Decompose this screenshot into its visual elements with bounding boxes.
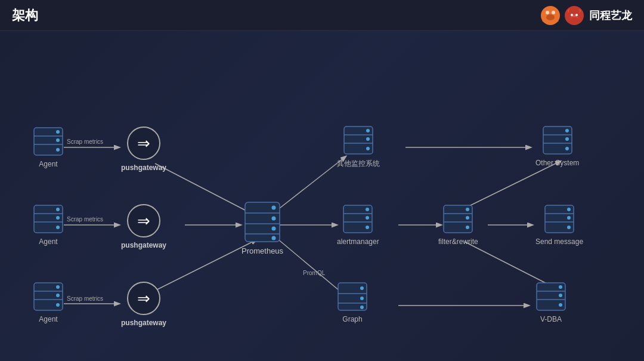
graph-component: Graph bbox=[337, 282, 368, 323]
svg-point-28 bbox=[56, 138, 60, 142]
svg-point-33 bbox=[56, 208, 60, 211]
dragon-icon bbox=[564, 5, 584, 26]
svg-point-72 bbox=[466, 216, 469, 220]
other-monitor-label: 其他监控系统 bbox=[337, 159, 380, 169]
filter-rewrite-label: filter&rewrite bbox=[438, 237, 478, 246]
agent2-component: Agent bbox=[33, 204, 64, 246]
pushgateway2-label: pushgateway bbox=[121, 241, 166, 249]
alertmanager-component: alertmanager bbox=[337, 204, 379, 246]
send-message-label: Send message bbox=[535, 237, 583, 246]
svg-point-60 bbox=[366, 216, 369, 220]
svg-point-49 bbox=[56, 303, 60, 307]
svg-point-65 bbox=[360, 286, 364, 290]
agent1-icon bbox=[33, 126, 64, 156]
send-message-icon bbox=[544, 204, 575, 234]
svg-point-66 bbox=[360, 297, 364, 300]
vdba-component: V-DBA bbox=[535, 282, 566, 323]
svg-point-35 bbox=[56, 226, 60, 229]
svg-point-83 bbox=[567, 208, 571, 211]
filter-rewrite-component: filter&rewrite bbox=[438, 204, 478, 246]
pushgateway1-component: ⇒ pushgateway bbox=[121, 126, 166, 172]
graph-label: Graph bbox=[342, 315, 362, 323]
svg-point-77 bbox=[565, 129, 569, 132]
svg-point-42 bbox=[272, 227, 276, 231]
pushgateway3-component: ⇒ pushgateway bbox=[121, 282, 166, 327]
svg-point-59 bbox=[366, 208, 369, 211]
prometheus-component: Prometheus bbox=[242, 201, 283, 255]
page-title: 架构 bbox=[12, 7, 38, 24]
svg-point-48 bbox=[56, 294, 60, 297]
svg-point-2 bbox=[552, 11, 555, 14]
pushgateway3-label: pushgateway bbox=[121, 319, 166, 327]
send-message-component: Send message bbox=[535, 204, 583, 246]
svg-point-90 bbox=[559, 294, 562, 297]
other-system-icon bbox=[542, 125, 573, 155]
vdba-label: V-DBA bbox=[540, 315, 562, 323]
svg-point-27 bbox=[56, 130, 60, 134]
svg-point-89 bbox=[559, 285, 562, 289]
svg-point-61 bbox=[366, 226, 369, 229]
svg-point-34 bbox=[56, 216, 60, 220]
svg-point-29 bbox=[56, 148, 60, 152]
svg-point-53 bbox=[366, 129, 370, 132]
svg-point-79 bbox=[565, 147, 569, 150]
other-system-component: Other System bbox=[535, 125, 579, 167]
svg-point-43 bbox=[272, 236, 276, 240]
agent3-component: Agent bbox=[33, 282, 64, 323]
pushgateway2-icon: ⇒ bbox=[127, 204, 160, 237]
alertmanager-icon bbox=[342, 204, 373, 234]
other-system-label: Other System bbox=[535, 159, 579, 167]
svg-line-21 bbox=[465, 161, 561, 208]
svg-point-84 bbox=[567, 216, 571, 220]
logo-area: 同程艺龙 bbox=[540, 5, 632, 26]
alertmanager-label: alertmanager bbox=[337, 237, 379, 246]
svg-point-55 bbox=[366, 147, 370, 150]
other-monitor-component: 其他监控系统 bbox=[337, 125, 380, 169]
svg-line-15 bbox=[277, 156, 346, 210]
svg-point-40 bbox=[272, 206, 276, 210]
agent3-icon bbox=[33, 282, 64, 311]
filter-rewrite-icon bbox=[442, 204, 473, 234]
logo-text: 同程艺龙 bbox=[589, 8, 632, 23]
svg-point-67 bbox=[360, 306, 364, 309]
svg-point-91 bbox=[559, 303, 562, 307]
svg-point-78 bbox=[565, 137, 569, 141]
pushgateway3-icon: ⇒ bbox=[127, 282, 160, 315]
other-monitor-icon bbox=[343, 125, 374, 155]
svg-point-3 bbox=[546, 14, 555, 20]
agent1-label: Agent bbox=[39, 160, 57, 168]
svg-point-1 bbox=[546, 11, 549, 14]
svg-point-8 bbox=[575, 14, 578, 16]
vdba-icon bbox=[535, 282, 566, 311]
pushgateway2-component: ⇒ pushgateway bbox=[121, 204, 166, 249]
pushgateway1-label: pushgateway bbox=[121, 163, 166, 172]
svg-point-85 bbox=[567, 226, 571, 229]
header: 架构 同程艺龙 bbox=[0, 0, 644, 31]
architecture-diagram: Agent Scrap metrics ⇒ pushgateway Agent … bbox=[0, 31, 644, 361]
pushgateway1-icon: ⇒ bbox=[127, 126, 160, 160]
agent2-icon bbox=[33, 204, 64, 234]
agent3-label: Agent bbox=[39, 315, 57, 323]
prometheus-label: Prometheus bbox=[242, 246, 283, 255]
svg-point-7 bbox=[571, 14, 573, 16]
logo-icons bbox=[540, 5, 584, 26]
svg-point-71 bbox=[466, 208, 469, 211]
svg-point-41 bbox=[272, 217, 276, 221]
svg-point-73 bbox=[466, 226, 469, 229]
svg-point-47 bbox=[56, 285, 60, 289]
graph-icon bbox=[337, 282, 368, 311]
prometheus-icon bbox=[244, 201, 281, 243]
svg-point-54 bbox=[366, 137, 370, 141]
agent2-label: Agent bbox=[39, 237, 57, 246]
crab-icon bbox=[540, 5, 561, 26]
agent1-component: Agent bbox=[33, 126, 64, 168]
